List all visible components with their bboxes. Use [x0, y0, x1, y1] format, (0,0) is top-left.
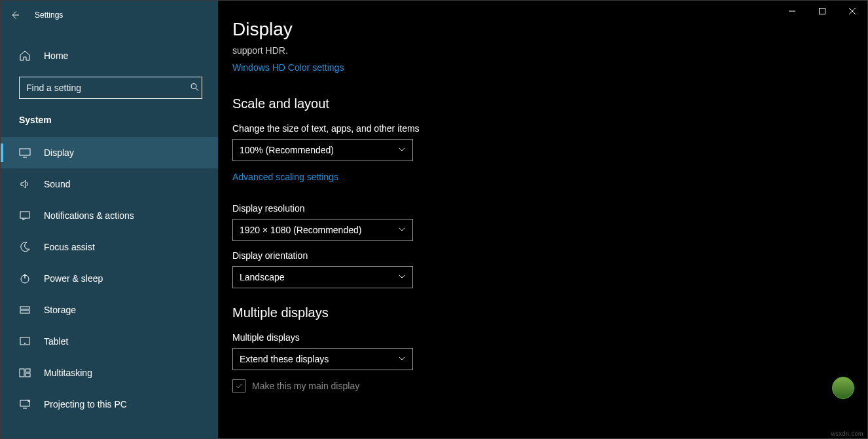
main-display-checkbox-row: Make this my main display [232, 379, 853, 392]
minimize-icon [789, 8, 795, 14]
display-icon [18, 147, 32, 159]
sidebar-item-power-sleep[interactable]: Power & sleep [1, 263, 218, 294]
back-arrow-icon [10, 10, 20, 20]
sidebar-item-display[interactable]: Display [1, 137, 218, 168]
svg-rect-1 [20, 149, 30, 155]
resolution-select[interactable]: 1920 × 1080 (Recommended) [232, 219, 413, 241]
check-icon [235, 382, 243, 390]
sidebar-items: DisplaySoundNotifications & actionsFocus… [1, 137, 218, 420]
window-title: Settings [35, 10, 63, 20]
sound-icon [18, 178, 32, 190]
svg-rect-5 [20, 311, 29, 313]
scale-group: Change the size of text, apps, and other… [232, 123, 853, 194]
sidebar-item-tablet[interactable]: Tablet [1, 326, 218, 357]
scale-layout-heading: Scale and layout [232, 96, 853, 111]
svg-rect-11 [20, 400, 29, 406]
close-icon [849, 8, 856, 14]
notifications-icon [18, 210, 32, 221]
orientation-label: Display orientation [232, 250, 853, 261]
chevron-down-icon [398, 273, 406, 282]
minimize-button[interactable] [777, 1, 807, 22]
chevron-down-icon [398, 145, 406, 155]
svg-rect-2 [20, 212, 29, 218]
content-area: Display support HDR. Windows HD Color se… [218, 1, 867, 438]
sidebar-header: Settings [1, 1, 218, 29]
sidebar-item-storage[interactable]: Storage [1, 294, 218, 326]
sidebar-section-label: System [1, 115, 218, 125]
svg-point-7 [24, 343, 25, 343]
multiple-displays-heading: Multiple displays [232, 305, 853, 320]
sidebar-item-label: Focus assist [44, 242, 95, 252]
home-icon [18, 50, 32, 62]
sidebar-item-label: Storage [44, 305, 76, 315]
sidebar-item-label: Notifications & actions [44, 210, 134, 221]
watermark: wsxdn.com [831, 430, 863, 437]
sidebar-item-label: Projecting to this PC [44, 399, 127, 410]
focus-icon [18, 241, 32, 253]
sidebar-home[interactable]: Home [1, 41, 218, 70]
svg-rect-10 [26, 373, 30, 377]
multitask-icon [18, 367, 32, 379]
sidebar-item-label: Multitasking [44, 368, 92, 378]
orientation-group: Display orientation Landscape [232, 250, 853, 288]
settings-window: Settings Home System DisplaySoundNotific… [0, 0, 868, 439]
scale-value: 100% (Recommended) [240, 145, 334, 155]
main-display-checkbox[interactable] [232, 379, 245, 392]
resolution-label: Display resolution [232, 203, 853, 214]
home-label: Home [44, 50, 68, 61]
sidebar-item-sound[interactable]: Sound [1, 168, 218, 200]
sidebar-item-focus-assist[interactable]: Focus assist [1, 231, 218, 263]
sidebar-item-notifications-actions[interactable]: Notifications & actions [1, 200, 218, 231]
avatar [832, 377, 854, 399]
close-button[interactable] [837, 1, 867, 22]
maximize-icon [819, 8, 825, 14]
scale-label: Change the size of text, apps, and other… [232, 123, 853, 134]
projecting-icon [18, 398, 32, 410]
sidebar-item-label: Sound [44, 179, 70, 189]
advanced-scaling-link[interactable]: Advanced scaling settings [232, 172, 338, 182]
main-display-checkbox-label: Make this my main display [252, 381, 359, 391]
svg-rect-8 [20, 369, 24, 377]
search-wrap [1, 70, 218, 105]
multiple-displays-group: Multiple displays Extend these displays [232, 332, 853, 370]
sidebar-item-projecting-to-this-pc[interactable]: Projecting to this PC [1, 389, 218, 420]
sidebar-item-label: Display [44, 147, 74, 158]
multiple-displays-label: Multiple displays [232, 332, 853, 343]
orientation-value: Landscape [240, 272, 285, 282]
chevron-down-icon [398, 354, 406, 364]
resolution-value: 1920 × 1080 (Recommended) [240, 225, 361, 235]
search-input[interactable] [19, 77, 202, 99]
resolution-group: Display resolution 1920 × 1080 (Recommen… [232, 203, 853, 241]
power-icon [18, 273, 32, 284]
svg-rect-9 [26, 369, 30, 372]
sidebar-item-label: Tablet [44, 336, 68, 347]
hdr-subtext: support HDR. [232, 45, 853, 56]
back-button[interactable] [1, 1, 29, 29]
svg-rect-12 [820, 9, 825, 14]
window-controls [777, 1, 867, 22]
page-title: Display [232, 19, 853, 40]
scale-select[interactable]: 100% (Recommended) [232, 139, 413, 161]
sidebar: Settings Home System DisplaySoundNotific… [1, 1, 218, 438]
svg-rect-4 [20, 307, 29, 309]
chevron-down-icon [398, 225, 406, 235]
hdr-color-settings-link[interactable]: Windows HD Color settings [232, 62, 344, 73]
multiple-displays-value: Extend these displays [240, 354, 329, 364]
storage-icon [18, 304, 32, 316]
multiple-displays-select[interactable]: Extend these displays [232, 348, 413, 370]
sidebar-item-multitasking[interactable]: Multitasking [1, 357, 218, 389]
sidebar-item-label: Power & sleep [44, 273, 103, 284]
orientation-select[interactable]: Landscape [232, 266, 413, 288]
maximize-button[interactable] [807, 1, 837, 22]
tablet-icon [18, 335, 32, 347]
